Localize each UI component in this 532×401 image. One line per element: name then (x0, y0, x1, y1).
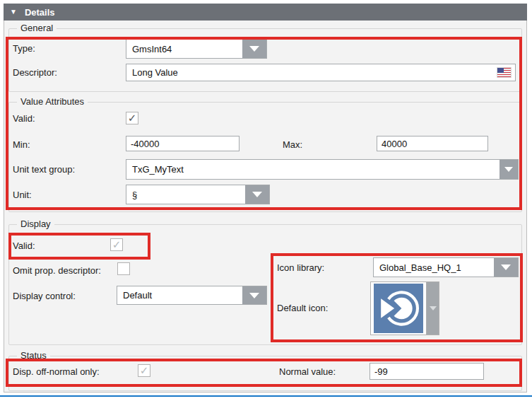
icon-library-value: Global_Base_HQ_1 (374, 258, 494, 277)
value-attributes-group-label: Value Attributes (17, 96, 88, 107)
details-view: ▼ Details General Type: GmsInt64 Descrip… (0, 0, 532, 401)
omit-prop-descriptor-checkbox[interactable] (117, 262, 130, 275)
valid-checkbox[interactable]: ✓ (126, 112, 138, 124)
selected-icon[interactable] (370, 281, 427, 335)
display-valid-checkbox[interactable]: ✓ (110, 238, 123, 251)
display-control-dropdown-button[interactable] (242, 286, 266, 304)
unit-dropdown-button[interactable] (245, 185, 269, 204)
unit-text-group-label: Unit text group: (13, 164, 75, 175)
icon-library-dropdown[interactable]: Global_Base_HQ_1 (373, 257, 519, 277)
descriptor-label: Descriptor: (13, 67, 57, 78)
icon-library-dropdown-button[interactable] (494, 258, 518, 277)
omit-prop-descriptor-label: Omit prop. descriptor: (13, 265, 101, 276)
normal-value-input[interactable] (370, 363, 484, 380)
type-value: GmsInt64 (126, 40, 242, 58)
descriptor-field[interactable] (126, 64, 516, 81)
max-label: Max: (283, 139, 302, 150)
normal-value-label: Normal value: (279, 366, 336, 377)
min-input[interactable] (126, 136, 240, 151)
default-icon-picker[interactable] (370, 281, 439, 335)
disp-off-normal-only-label: Disp. off-normal only: (13, 366, 100, 377)
status-group-label: Status (17, 350, 50, 361)
bottom-accent-line (0, 395, 532, 397)
display-group: Display (8, 224, 522, 345)
unit-text-group-dropdown[interactable]: TxG_MyText (126, 159, 519, 180)
unit-dropdown[interactable]: § (126, 185, 270, 204)
check-icon: ✓ (128, 112, 137, 123)
descriptor-input[interactable] (131, 66, 497, 79)
icon-dropdown-button[interactable] (427, 281, 439, 335)
dropdown-arrow-icon (430, 306, 437, 310)
check-icon: ✓ (112, 239, 122, 250)
general-group: General (8, 28, 522, 92)
type-dropdown-button[interactable] (242, 40, 266, 58)
unit-value: § (126, 185, 245, 204)
display-control-label: Display control: (13, 291, 76, 301)
dropdown-arrow-icon (504, 167, 513, 172)
dropdown-arrow-icon (249, 293, 259, 298)
unit-text-group-dropdown-button[interactable] (500, 160, 518, 179)
dropdown-arrow-icon (501, 265, 511, 270)
unit-text-group-value: TxG_MyText (126, 160, 500, 179)
play-circle-icon (372, 284, 425, 333)
icon-library-label: Icon library: (277, 262, 324, 273)
default-icon-label: Default icon: (277, 303, 328, 313)
us-flag-icon (497, 68, 511, 77)
display-control-value: Default (117, 286, 242, 304)
display-group-label: Display (17, 219, 54, 229)
general-group-label: General (17, 23, 57, 33)
panel-title: Details (25, 7, 55, 18)
flag-canton (497, 68, 504, 73)
dropdown-arrow-icon (252, 192, 262, 197)
collapse-arrow-icon[interactable]: ▼ (10, 8, 17, 16)
display-valid-label: Valid: (13, 240, 35, 251)
unit-label: Unit: (13, 190, 32, 200)
display-control-dropdown[interactable]: Default (117, 286, 267, 305)
min-label: Min: (13, 139, 30, 150)
valid-label: Valid: (13, 113, 35, 124)
type-dropdown[interactable]: GmsInt64 (126, 39, 267, 59)
type-label: Type: (13, 43, 35, 54)
max-input[interactable] (377, 136, 488, 151)
dropdown-arrow-icon (249, 46, 259, 52)
details-header[interactable]: ▼ Details (4, 4, 527, 21)
check-icon: ✓ (140, 365, 149, 376)
disp-off-normal-only-checkbox[interactable]: ✓ (138, 364, 150, 377)
